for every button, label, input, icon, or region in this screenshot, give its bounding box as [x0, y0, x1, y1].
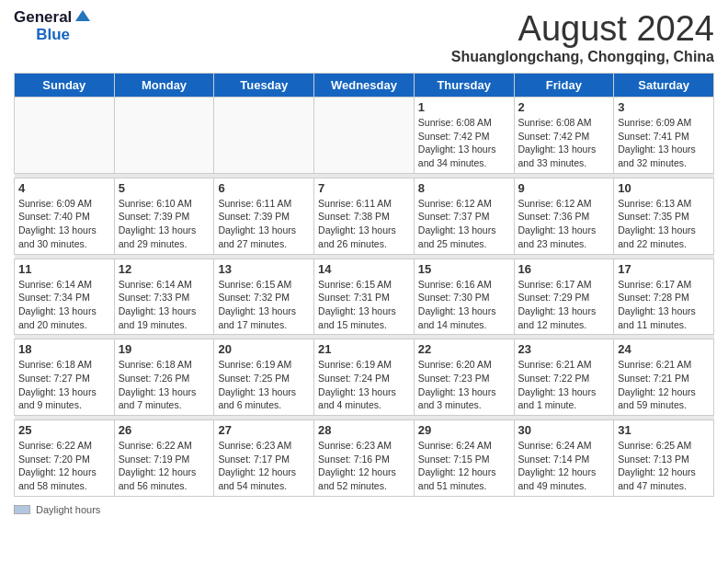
calendar-cell: 8Sunrise: 6:12 AMSunset: 7:37 PMDaylight… — [414, 178, 514, 254]
day-number: 18 — [18, 342, 110, 356]
page-container: General Blue August 2024 Shuanglongchang… — [0, 0, 728, 524]
calendar-week-row: 18Sunrise: 6:18 AMSunset: 7:27 PMDayligh… — [15, 339, 714, 416]
calendar-cell: 3Sunrise: 6:09 AMSunset: 7:41 PMDaylight… — [614, 98, 714, 174]
day-number: 1 — [418, 100, 510, 114]
calendar-cell: 9Sunrise: 6:12 AMSunset: 7:36 PMDaylight… — [514, 178, 614, 254]
calendar-week-row: 11Sunrise: 6:14 AMSunset: 7:34 PMDayligh… — [15, 259, 714, 335]
day-info: Sunrise: 6:16 AMSunset: 7:30 PMDaylight:… — [418, 278, 510, 332]
day-info: Sunrise: 6:10 AMSunset: 7:39 PMDaylight:… — [119, 197, 210, 251]
weekday-header: Friday — [514, 74, 614, 98]
day-info: Sunrise: 6:11 AMSunset: 7:39 PMDaylight:… — [218, 197, 310, 251]
day-number: 9 — [518, 181, 610, 195]
calendar-cell: 28Sunrise: 6:23 AMSunset: 7:16 PMDayligh… — [314, 420, 415, 497]
calendar-cell: 22Sunrise: 6:20 AMSunset: 7:23 PMDayligh… — [414, 339, 514, 416]
calendar-cell: 17Sunrise: 6:17 AMSunset: 7:28 PMDayligh… — [614, 259, 714, 335]
calendar-cell: 19Sunrise: 6:18 AMSunset: 7:26 PMDayligh… — [114, 339, 214, 416]
calendar-header-row: SundayMondayTuesdayWednesdayThursdayFrid… — [15, 74, 714, 98]
logo-text-blue: Blue — [36, 27, 70, 44]
day-info: Sunrise: 6:22 AMSunset: 7:19 PMDaylight:… — [119, 439, 210, 493]
calendar-cell: 14Sunrise: 6:15 AMSunset: 7:31 PMDayligh… — [314, 259, 415, 335]
page-header: General Blue August 2024 Shuanglongchang… — [14, 9, 714, 65]
day-number: 30 — [518, 423, 610, 437]
weekday-header: Wednesday — [314, 74, 415, 98]
day-info: Sunrise: 6:17 AMSunset: 7:29 PMDaylight:… — [518, 278, 610, 332]
day-info: Sunrise: 6:09 AMSunset: 7:40 PMDaylight:… — [18, 197, 110, 251]
logo: General Blue — [14, 9, 92, 43]
day-number: 25 — [18, 423, 110, 437]
day-info: Sunrise: 6:12 AMSunset: 7:37 PMDaylight:… — [418, 197, 510, 251]
day-info: Sunrise: 6:20 AMSunset: 7:23 PMDaylight:… — [418, 358, 510, 412]
day-number: 13 — [218, 262, 310, 276]
logo-arrow-icon — [74, 6, 92, 25]
day-number: 15 — [418, 262, 510, 276]
day-info: Sunrise: 6:08 AMSunset: 7:42 PMDaylight:… — [418, 116, 510, 170]
legend-label: Daylight hours — [36, 504, 100, 515]
day-info: Sunrise: 6:11 AMSunset: 7:38 PMDaylight:… — [318, 197, 410, 251]
day-number: 14 — [318, 262, 410, 276]
calendar-cell: 4Sunrise: 6:09 AMSunset: 7:40 PMDaylight… — [15, 178, 115, 254]
day-number: 7 — [318, 181, 410, 195]
day-number: 11 — [18, 262, 110, 276]
day-number: 12 — [119, 262, 210, 276]
day-number: 26 — [119, 423, 210, 437]
day-number: 10 — [618, 181, 710, 195]
calendar-cell: 16Sunrise: 6:17 AMSunset: 7:29 PMDayligh… — [514, 259, 614, 335]
calendar-cell: 20Sunrise: 6:19 AMSunset: 7:25 PMDayligh… — [214, 339, 314, 416]
calendar-cell: 1Sunrise: 6:08 AMSunset: 7:42 PMDaylight… — [414, 98, 514, 174]
svg-marker-0 — [75, 10, 90, 21]
weekday-header: Thursday — [414, 74, 514, 98]
calendar-cell: 27Sunrise: 6:23 AMSunset: 7:17 PMDayligh… — [214, 420, 314, 497]
day-number: 21 — [318, 342, 410, 356]
day-info: Sunrise: 6:22 AMSunset: 7:20 PMDaylight:… — [18, 439, 110, 493]
day-info: Sunrise: 6:13 AMSunset: 7:35 PMDaylight:… — [618, 197, 710, 251]
day-number: 31 — [618, 423, 710, 437]
day-number: 28 — [318, 423, 410, 437]
day-number: 27 — [218, 423, 310, 437]
calendar-cell: 13Sunrise: 6:15 AMSunset: 7:32 PMDayligh… — [214, 259, 314, 335]
legend: Daylight hours — [14, 504, 714, 515]
day-info: Sunrise: 6:14 AMSunset: 7:34 PMDaylight:… — [18, 278, 110, 332]
calendar-cell: 12Sunrise: 6:14 AMSunset: 7:33 PMDayligh… — [114, 259, 214, 335]
day-info: Sunrise: 6:15 AMSunset: 7:32 PMDaylight:… — [218, 278, 310, 332]
calendar-week-row: 4Sunrise: 6:09 AMSunset: 7:40 PMDaylight… — [15, 178, 714, 254]
day-number: 23 — [518, 342, 610, 356]
day-info: Sunrise: 6:19 AMSunset: 7:25 PMDaylight:… — [218, 358, 310, 412]
day-info: Sunrise: 6:19 AMSunset: 7:24 PMDaylight:… — [318, 358, 410, 412]
day-number: 3 — [618, 100, 710, 114]
day-number: 8 — [418, 181, 510, 195]
weekday-header: Monday — [114, 74, 214, 98]
day-info: Sunrise: 6:18 AMSunset: 7:27 PMDaylight:… — [18, 358, 110, 412]
calendar-cell: 31Sunrise: 6:25 AMSunset: 7:13 PMDayligh… — [614, 420, 714, 497]
calendar-cell: 11Sunrise: 6:14 AMSunset: 7:34 PMDayligh… — [15, 259, 115, 335]
day-number: 6 — [218, 181, 310, 195]
logo-text-general: General — [14, 9, 72, 27]
day-info: Sunrise: 6:24 AMSunset: 7:15 PMDaylight:… — [418, 439, 510, 493]
day-info: Sunrise: 6:21 AMSunset: 7:21 PMDaylight:… — [618, 358, 710, 412]
calendar-week-row: 25Sunrise: 6:22 AMSunset: 7:20 PMDayligh… — [15, 420, 714, 497]
day-info: Sunrise: 6:12 AMSunset: 7:36 PMDaylight:… — [518, 197, 610, 251]
calendar-cell: 25Sunrise: 6:22 AMSunset: 7:20 PMDayligh… — [15, 420, 115, 497]
calendar-week-row: 1Sunrise: 6:08 AMSunset: 7:42 PMDaylight… — [15, 98, 714, 174]
title-block: August 2024 Shuanglongchang, Chongqing, … — [451, 9, 714, 65]
day-number: 20 — [218, 342, 310, 356]
location: Shuanglongchang, Chongqing, China — [451, 49, 714, 65]
day-info: Sunrise: 6:15 AMSunset: 7:31 PMDaylight:… — [318, 278, 410, 332]
calendar-cell: 7Sunrise: 6:11 AMSunset: 7:38 PMDaylight… — [314, 178, 415, 254]
calendar-cell: 6Sunrise: 6:11 AMSunset: 7:39 PMDaylight… — [214, 178, 314, 254]
calendar-cell — [114, 98, 214, 174]
weekday-header: Tuesday — [214, 74, 314, 98]
day-number: 29 — [418, 423, 510, 437]
day-number: 19 — [119, 342, 210, 356]
calendar-cell: 26Sunrise: 6:22 AMSunset: 7:19 PMDayligh… — [114, 420, 214, 497]
weekday-header: Sunday — [15, 74, 115, 98]
day-number: 2 — [518, 100, 610, 114]
calendar-cell — [314, 98, 415, 174]
day-number: 17 — [618, 262, 710, 276]
calendar-cell: 15Sunrise: 6:16 AMSunset: 7:30 PMDayligh… — [414, 259, 514, 335]
day-info: Sunrise: 6:23 AMSunset: 7:17 PMDaylight:… — [218, 439, 310, 493]
legend-box — [14, 505, 30, 514]
calendar-cell: 30Sunrise: 6:24 AMSunset: 7:14 PMDayligh… — [514, 420, 614, 497]
calendar-cell — [15, 98, 115, 174]
calendar-cell: 21Sunrise: 6:19 AMSunset: 7:24 PMDayligh… — [314, 339, 415, 416]
day-number: 24 — [618, 342, 710, 356]
